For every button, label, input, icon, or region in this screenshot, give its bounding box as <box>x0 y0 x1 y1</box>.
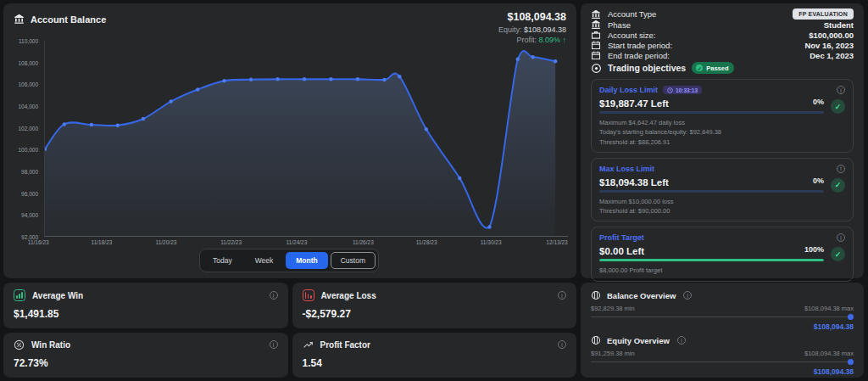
calendar-icon <box>591 40 601 50</box>
account-balance-panel: Account Balance $108,094.38 Equity: $108… <box>3 3 576 278</box>
phase-value: Student <box>824 20 854 30</box>
balance-overview-block: Balance Overview i $92,829.38 min $108,0… <box>591 289 854 333</box>
info-icon[interactable]: i <box>558 291 566 300</box>
balance-figures: $108,094.38 Equity: $108,094.38 Profit: … <box>498 10 568 45</box>
y-tick: 96,000 <box>21 190 38 196</box>
equity-min: $91,259.38 min <box>591 350 635 357</box>
win-ratio-card: Win Ratio i 72.73% <box>3 333 288 378</box>
profit-target-card: i Profit Target $0.00 Left100% ✓ $8,000.… <box>591 227 854 281</box>
average-loss-value: -$2,579.27 <box>303 308 567 322</box>
info-icon[interactable]: i <box>683 291 692 300</box>
range-month-button[interactable]: Month <box>286 252 328 269</box>
account-size-row: Account size: $100,000.00 <box>591 30 854 40</box>
trading-objectives-header: Trading objectives ✓Passed <box>591 62 854 74</box>
equity-slider <box>591 359 854 365</box>
y-tick: 108,000 <box>19 59 39 65</box>
card-main: $19,887.47 Left0% ✓ <box>599 98 845 114</box>
bar-chart-down-icon <box>303 289 314 301</box>
briefcase-icon <box>591 30 601 40</box>
max-loss-details: Maximum $10,000.00 loss Threshold at: $9… <box>599 197 845 216</box>
balance-slider <box>591 314 854 320</box>
trend-up-icon <box>303 339 314 350</box>
clock-icon <box>667 87 673 93</box>
y-tick: 110,000 <box>19 38 38 44</box>
x-tick: 11/22/23 <box>220 239 242 245</box>
chart-plot[interactable] <box>44 41 568 237</box>
account-type-row: Account Type FP EVALUATION <box>591 8 854 20</box>
range-today-button[interactable]: Today <box>203 252 242 269</box>
balance-slider-handle[interactable] <box>848 314 854 320</box>
x-tick: 11/26/23 <box>353 239 374 245</box>
info-icon[interactable]: i <box>558 340 566 349</box>
card-main: $18,094.38 Left0% ✓ <box>599 176 845 193</box>
balance-min: $92,829.38 min <box>591 305 635 312</box>
info-icon[interactable]: i <box>270 340 278 349</box>
profit-factor-value: 1.54 <box>303 357 567 371</box>
dashboard: Account Balance $108,094.38 Equity: $108… <box>0 0 868 381</box>
max-loss-amount: $18,094.38 Left <box>599 177 669 188</box>
stats-grid: Average Win i $1,491.85 Average Loss i -… <box>3 283 576 378</box>
average-win-label: Average Win <box>32 291 83 300</box>
balance-overview-title: Balance Overview <box>607 291 676 300</box>
panel-title: Account Balance <box>31 14 106 25</box>
y-tick: 104,000 <box>19 103 39 109</box>
objectives-title: Trading objectives <box>608 63 686 73</box>
info-icon[interactable]: i <box>270 291 278 300</box>
y-tick: 102,000 <box>19 125 39 131</box>
profit-target-details: $8,000.00 Profit target <box>599 266 845 275</box>
card-title-row: Profit Target <box>599 233 845 242</box>
equity-line: Equity: $108,094.38 <box>498 25 566 35</box>
info-icon[interactable]: i <box>837 165 845 173</box>
win-ratio-label: Win Ratio <box>31 340 70 350</box>
x-tick: 11/24/23 <box>286 239 307 245</box>
range-week-button[interactable]: Week <box>245 252 284 269</box>
win-ratio-value: 72.73% <box>14 357 278 371</box>
profit-factor-card: Profit Factor i 1.54 <box>292 333 577 378</box>
profit-target-title: Profit Target <box>599 233 644 242</box>
average-win-value: $1,491.85 <box>14 308 278 322</box>
phase-label: Phase <box>608 20 631 30</box>
account-type-badge: FP EVALUATION <box>793 8 854 20</box>
range-selector: Today Week Month Custom <box>199 249 379 272</box>
profit-factor-label: Profit Factor <box>320 340 370 350</box>
account-info-panel: Account Type FP EVALUATION Phase Student… <box>581 3 864 278</box>
average-loss-card: Average Loss i -$2,579.27 <box>292 283 577 328</box>
start-period-row: Start trade period: Nov 16, 2023 <box>591 40 854 50</box>
max-loss-percent: 0% <box>813 176 824 188</box>
account-type-label: Account Type <box>608 9 656 19</box>
equity-max: $108,094.38 max <box>804 350 854 357</box>
card-main: $0.00 Left100% ✓ <box>599 245 845 261</box>
equity-current-value: $108,094.38 <box>591 367 854 376</box>
bank-icon <box>591 9 601 20</box>
equity-value: $108,094.38 <box>524 25 566 34</box>
x-tick: 11/16/23 <box>28 239 49 245</box>
account-size-label: Account size: <box>608 31 656 40</box>
x-tick: 12/13/23 <box>546 239 567 245</box>
overview-panel: Balance Overview i $92,829.38 min $108,0… <box>581 283 864 378</box>
bank-icon <box>14 14 25 25</box>
profit-target-progressbar <box>599 259 824 261</box>
x-tick: 11/30/23 <box>481 239 502 245</box>
average-loss-label: Average Loss <box>321 291 376 300</box>
phase-row: Phase Student <box>591 20 854 30</box>
coins-icon <box>591 335 601 345</box>
info-icon[interactable]: i <box>677 336 686 345</box>
daily-loss-progressbar <box>599 111 824 114</box>
chart-y-axis: 110,000108,000106,000104,000102,000100,0… <box>10 41 44 237</box>
daily-loss-details: Maximum $4,642.47 daily loss Today's sta… <box>599 118 845 147</box>
equity-overview-title: Equity Overview <box>607 336 670 345</box>
bank-icon <box>591 20 601 30</box>
passed-badge: ✓Passed <box>692 62 734 74</box>
range-custom-button[interactable]: Custom <box>331 252 376 269</box>
y-tick: 100,000 <box>19 147 39 153</box>
max-loss-limit-card: i Max Loss Limit $18,094.38 Left0% ✓ Max… <box>591 158 854 222</box>
balance-current-value: $108,094.38 <box>591 322 854 331</box>
y-tick: 94,000 <box>21 212 38 218</box>
objective-passed-check-icon: ✓ <box>831 178 845 193</box>
info-icon[interactable]: i <box>837 86 845 94</box>
equity-slider-handle[interactable] <box>848 359 854 365</box>
objective-passed-check-icon: ✓ <box>831 247 845 261</box>
balance-line-chart <box>45 41 568 236</box>
start-period-value: Nov 16, 2023 <box>804 41 854 50</box>
balance-max: $108,094.38 max <box>804 305 854 312</box>
